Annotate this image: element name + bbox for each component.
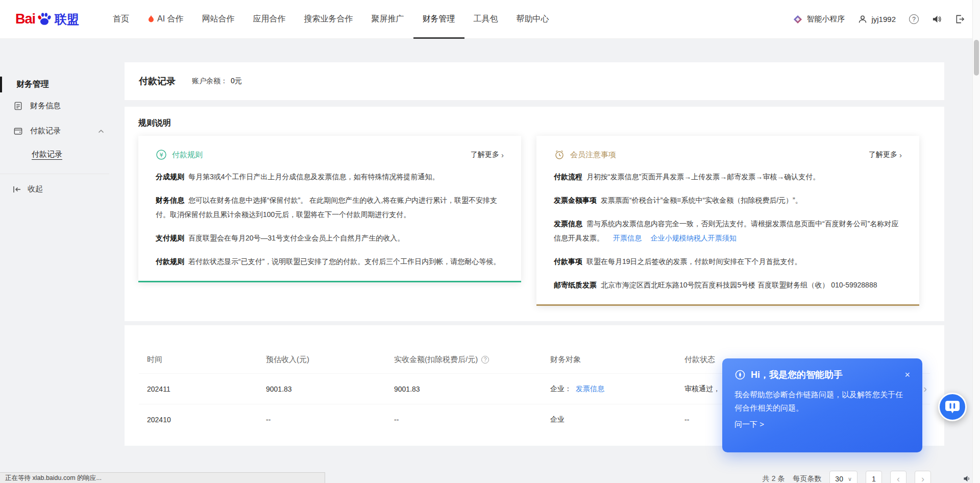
more-label: 了解更多 (869, 150, 897, 159)
sound-widget-icon[interactable] (963, 475, 971, 482)
small-taxpayer-notes-link[interactable]: 企业小规模纳税人开票须知 (651, 234, 737, 242)
more-label: 了解更多 (471, 150, 499, 159)
cell-value: 9001.83 (266, 385, 292, 393)
rule-label: 分成规则 (156, 173, 184, 181)
chevron-left-icon: ‹ (897, 474, 900, 483)
username-label: jyj1992 (871, 15, 896, 23)
col-header-estimated: 预估收入(元) (266, 355, 394, 365)
info-icon[interactable]: ? (481, 356, 489, 364)
sidebar-section-label: 财务管理 (16, 80, 49, 88)
sidebar-subitem-payment-records[interactable]: 付款记录 (0, 143, 115, 166)
sidebar-section-finance-management[interactable]: 财务管理 (0, 76, 115, 93)
sidebar-item-finance-info[interactable]: 财务信息 (0, 93, 115, 118)
cell-value: 企业 (550, 415, 565, 424)
page-number-current[interactable]: 1 (866, 471, 882, 483)
logo-text-union: 联盟 (55, 11, 79, 28)
baidu-union-logo[interactable]: Bai 联盟 (15, 11, 79, 28)
payment-rules-title: 付款规则 (172, 150, 203, 160)
nav-item-label: AI 合作 (157, 14, 184, 25)
member-notes-card-header: 会员注意事项 了解更多 › (554, 149, 902, 160)
cell-time: 202411 (147, 385, 266, 393)
nav-item-home[interactable]: 首页 (104, 0, 138, 39)
close-icon[interactable]: × (904, 370, 910, 379)
sidebar-item-label: 付款记录 (30, 126, 61, 136)
scrollbar-track[interactable] (972, 0, 980, 483)
rule-paragraph: 发票金额事项发票票面“价税合计”金额=系统中“实收金额（扣除税费后/元）”。 (554, 193, 902, 207)
cell-time: 202410 (147, 416, 266, 424)
logout-icon[interactable] (955, 14, 965, 24)
nav-item-screen-promotion[interactable]: 聚屏推广 (362, 0, 413, 39)
per-page-label: 每页条数 (793, 474, 821, 483)
col-header-label: 付款状态 (684, 355, 715, 365)
help-icon[interactable]: ? (909, 14, 919, 24)
member-notes-more-link[interactable]: 了解更多 › (869, 150, 902, 159)
col-header-label: 时间 (147, 355, 162, 365)
cell-value: 202410 (147, 416, 171, 424)
flame-icon (148, 15, 155, 23)
col-header-label: 预估收入(元) (266, 355, 309, 365)
prev-page-button[interactable]: ‹ (890, 471, 906, 483)
rules-panel: 规则说明 ¥ 付款规则 了解更多 › 分成规则每月第3或4个工作日产出上月分成信… (125, 107, 944, 321)
page-header-panel: 付款记录 账户余额： 0元 (125, 62, 944, 100)
rule-label: 发票金额事项 (554, 196, 597, 204)
assistant-title: Hi，我是您的智能助手 (751, 369, 843, 381)
nav-item-toolkit[interactable]: 工具包 (464, 0, 507, 39)
rule-label: 发票信息 (554, 220, 582, 228)
mini-program-entry[interactable]: 智能小程序 (793, 14, 845, 24)
cell-actual: 9001.83 (394, 385, 550, 393)
user-icon (858, 15, 867, 24)
rule-text: 若付款状态显示“已支付”，说明联盟已安排了您的付款。支付后三个工作日内到帐，请您… (188, 257, 500, 265)
nav-item-website-cooperation[interactable]: 网站合作 (193, 0, 244, 39)
rule-text: 百度联盟会在每月20号—31号支付企业会员上个自然月产生的收入。 (188, 234, 404, 242)
cell-actual: -- (394, 416, 550, 424)
row-expand-chevron-icon[interactable]: › (923, 383, 927, 395)
mini-program-label: 智能小程序 (806, 14, 845, 24)
rule-text: 联盟在每月19日之后签收的发票，付款时间安排在下个月首批支付。 (586, 257, 802, 265)
gem-icon (793, 15, 802, 24)
assistant-message: 我会帮助您诊断合作链路问题，以及解答您关于任何合作相关的问题。 (734, 388, 910, 415)
compass-icon (734, 369, 746, 380)
next-page-button[interactable]: › (915, 471, 931, 483)
total-count: 共 2 条 (763, 474, 785, 483)
cell-value: 企业： (550, 384, 572, 394)
rule-paragraph: 支付规则百度联盟会在每月20号—31号支付企业会员上个自然月产生的收入。 (156, 231, 504, 245)
nav-right-cluster: 智能小程序 jyj1992 ? (793, 14, 965, 24)
nav-item-ai-cooperation[interactable]: AI 合作 (138, 0, 193, 39)
user-account[interactable]: jyj1992 (858, 15, 896, 24)
per-page-select[interactable]: 30 ∨ (829, 471, 857, 483)
rule-paragraph: 分成规则每月第3或4个工作日产出上月分成信息及发票信息，如有特殊情况将提前通知。 (156, 170, 504, 184)
collapse-label: 收起 (28, 184, 43, 194)
rule-label: 邮寄纸质发票 (554, 281, 597, 289)
scrollbar-thumb[interactable] (974, 40, 979, 76)
wallet-icon (13, 126, 23, 136)
rule-label: 支付规则 (156, 234, 184, 242)
chevron-up-icon (98, 129, 104, 133)
sidebar-collapse-button[interactable]: 收起 (0, 184, 115, 194)
page-title: 付款记录 (139, 75, 176, 87)
nav-item-app-cooperation[interactable]: 应用合作 (244, 0, 295, 39)
rule-label: 财务信息 (156, 196, 184, 204)
chevron-right-icon: › (501, 151, 504, 159)
invoice-info-link[interactable]: 开票信息 (613, 234, 642, 242)
sidebar: 财务管理 财务信息 付款记录 付款记录 收起 (0, 39, 115, 194)
nav-item-help-center[interactable]: 帮助中心 (507, 0, 558, 39)
nav-item-search-cooperation[interactable]: 搜索业务合作 (295, 0, 362, 39)
rule-paragraph: 付款事项联盟在每月19日之后签收的发票，付款时间安排在下个月首批支付。 (554, 254, 902, 269)
cell-value: -- (266, 416, 271, 424)
chat-window-icon (945, 400, 960, 414)
nav-item-label: 帮助中心 (517, 14, 549, 25)
sound-icon[interactable] (932, 14, 942, 24)
ask-now-link[interactable]: 问一下 > (734, 420, 764, 429)
member-notes-title: 会员注意事项 (570, 150, 616, 160)
sidebar-item-label: 财务信息 (30, 101, 61, 111)
pagination-bar: 共 2 条 每页条数 30 ∨ 1 ‹ › (763, 470, 931, 483)
logo-text-bai: Bai (15, 11, 35, 27)
assistant-bubble-button[interactable] (938, 393, 967, 421)
status-text: 正在等待 xlab.baidu.com 的响应... (5, 474, 102, 482)
nav-item-finance-management[interactable]: 财务管理 (413, 0, 464, 39)
member-notes-card: 会员注意事项 了解更多 › 付款流程月初按“发票信息”页面开具发票→上传发票→邮… (536, 136, 919, 306)
invoice-info-row-link[interactable]: 发票信息 (576, 384, 604, 394)
sidebar-item-payment-records[interactable]: 付款记录 (0, 118, 115, 143)
chevron-right-icon: › (899, 151, 902, 159)
payment-rules-more-link[interactable]: 了解更多 › (471, 150, 504, 159)
